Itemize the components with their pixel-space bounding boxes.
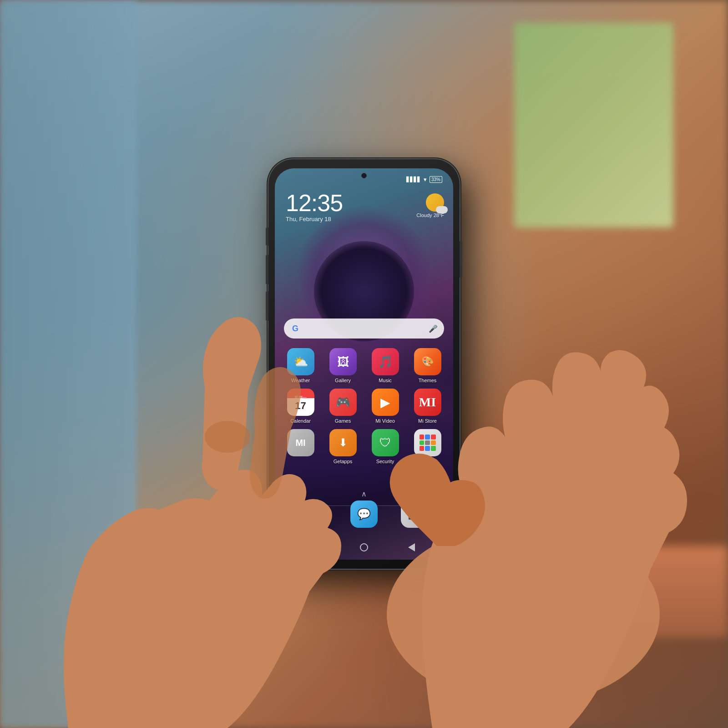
right-hand — [387, 350, 687, 728]
svg-point-1 — [205, 421, 250, 453]
left-hand — [64, 317, 341, 728]
hands-overlay — [0, 0, 728, 728]
